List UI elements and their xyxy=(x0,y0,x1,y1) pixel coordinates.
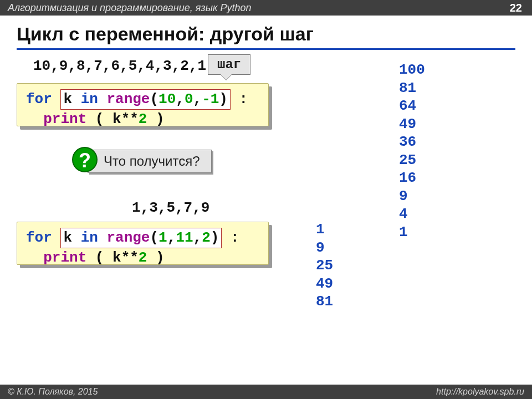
step-callout: шаг xyxy=(208,54,250,75)
output-line: 9 xyxy=(399,187,425,206)
keyword-for: for xyxy=(26,229,52,246)
footer-copyright: © К.Ю. Поляков, 2015 xyxy=(8,387,98,396)
output-line: 4 xyxy=(399,205,425,223)
output-line: 9 xyxy=(316,239,333,257)
code-block-2: for k in range(1,11,2) : print ( k**2 ) xyxy=(17,222,269,265)
code-line-1: for k in range(10,0,-1) : xyxy=(26,89,259,110)
footer-bar: © К.Ю. Поляков, 2015 http://kpolyakov.sp… xyxy=(0,385,532,399)
code-box: for k in range(1,11,2) : print ( k**2 ) xyxy=(17,222,269,265)
code-block-1: for k in range(10,0,-1) : print ( k**2 ) xyxy=(17,83,269,126)
output-line: 49 xyxy=(399,115,425,134)
keyword-for: for xyxy=(26,91,52,108)
range-insert-2: k in range(1,11,2) xyxy=(60,228,222,248)
page-number: 22 xyxy=(510,0,522,16)
header-bar: Алгоритмизация и программирование, язык … xyxy=(0,0,532,16)
output-line: 36 xyxy=(399,133,425,151)
code-line-2: print ( k**2 ) xyxy=(26,110,259,129)
slide-title: Цикл с переменной: другой шаг xyxy=(0,16,532,48)
sequence-1: 10,9,8,7,6,5,4,3,2,1 xyxy=(33,58,206,74)
footer-link: http://kpolyakov.spb.ru xyxy=(436,385,524,399)
sequence-2: 1,3,5,7,9 xyxy=(132,200,209,216)
output-line: 100 xyxy=(399,61,425,79)
output-line: 49 xyxy=(316,275,333,293)
output-column-2: 1 9 25 49 81 xyxy=(316,221,333,311)
output-line: 25 xyxy=(399,151,425,170)
question-text: Что получится? xyxy=(88,150,211,172)
code-box: for k in range(10,0,-1) : print ( k**2 ) xyxy=(17,83,269,126)
output-line: 16 xyxy=(399,169,425,187)
output-column-1: 100 81 64 49 36 25 16 9 4 1 xyxy=(399,61,425,241)
code-line-1: for k in range(1,11,2) : xyxy=(26,228,259,248)
title-underline xyxy=(17,48,515,50)
output-line: 1 xyxy=(399,223,425,242)
output-line: 81 xyxy=(399,79,425,98)
code-line-2: print ( k**2 ) xyxy=(26,248,259,268)
output-line: 81 xyxy=(316,293,333,311)
output-line: 1 xyxy=(316,221,333,239)
output-line: 64 xyxy=(399,97,425,115)
question-mark-icon: ? xyxy=(72,147,98,172)
question-box: Что получится? xyxy=(88,150,212,173)
course-title: Алгоритмизация и программирование, язык … xyxy=(8,2,251,13)
output-line: 25 xyxy=(316,257,333,275)
range-insert-1: k in range(10,0,-1) xyxy=(60,89,231,110)
